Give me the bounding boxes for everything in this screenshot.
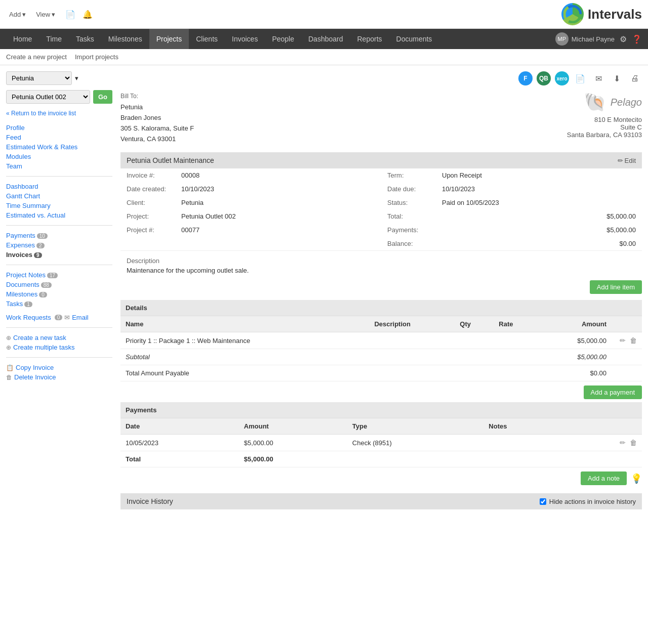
sidebar-item-estimated-actual[interactable]: Estimated vs. Actual — [6, 210, 112, 220]
delete-invoice-action[interactable]: 🗑 Delete Invoice — [6, 372, 112, 382]
pay-col-notes: Notes — [483, 418, 561, 435]
nav-documents[interactable]: Documents — [389, 29, 439, 49]
sidebar-item-estimated-work-rates[interactable]: Estimated Work & Rates — [6, 142, 112, 152]
delete-payment-button[interactable]: 🗑 — [630, 439, 637, 447]
edit-invoice-button[interactable]: ✏ Edit — [618, 157, 636, 164]
invoices-badge: 9 — [34, 252, 42, 258]
document-icon[interactable]: 📄 — [65, 10, 75, 19]
bell-icon[interactable]: 🔔 — [83, 10, 93, 19]
delete-line-item-button[interactable]: 🗑 — [630, 336, 637, 345]
total-field: Total: $5,000.00 — [381, 209, 642, 223]
pay-total-value: $5,000.00 — [239, 451, 347, 467]
nav-home[interactable]: Home — [6, 29, 39, 49]
back-to-invoice-list-link[interactable]: « Return to the invoice list — [6, 110, 112, 117]
expenses-badge: 2 — [36, 243, 45, 248]
pay-col-amount: Amount — [239, 418, 347, 435]
download-icon[interactable]: ⬇ — [610, 71, 624, 85]
total-amount-label: Total Amount Payable — [120, 365, 369, 381]
lightbulb-icon[interactable]: 💡 — [631, 473, 642, 484]
create-multiple-tasks-action[interactable]: ⊕ Create multiple tasks — [6, 342, 112, 352]
create-new-task-action[interactable]: ⊕ Create a new task — [6, 333, 112, 342]
sidebar-item-milestones[interactable]: Milestones0 — [6, 289, 112, 299]
add-payment-button[interactable]: Add a payment — [584, 385, 642, 399]
help-icon[interactable]: ❓ — [632, 34, 642, 44]
add-line-item-row: Add line item — [120, 280, 642, 297]
pdf-icon[interactable]: 📄 — [573, 71, 587, 85]
sidebar-item-work-requests[interactable]: Work Requests — [6, 313, 51, 322]
edit-payment-button[interactable]: ✏ — [620, 439, 626, 447]
project-field: Project: Petunia Outlet 002 — [120, 209, 381, 223]
col-rate: Rate — [494, 316, 539, 332]
pay-amount: $5,000.00 — [239, 435, 347, 451]
sidebar-item-gantt[interactable]: Gantt Chart — [6, 191, 112, 201]
line-item-desc — [369, 332, 455, 349]
project-dropdown[interactable]: Petunia — [6, 71, 72, 85]
sidebar-item-documents[interactable]: Documents88 — [6, 280, 112, 289]
date-created-field: Date created: 10/10/2023 — [120, 182, 381, 196]
add-button[interactable]: Add ▾ — [6, 9, 29, 20]
quickbooks-icon[interactable]: QB — [537, 71, 551, 85]
freshbooks-icon[interactable]: F — [518, 71, 533, 85]
add-line-item-button[interactable]: Add line item — [590, 280, 642, 294]
sidebar-dashboard-section: Dashboard Gantt Chart Time Summary Estim… — [6, 182, 112, 220]
nav-bar: Home Time Tasks Milestones Projects Clie… — [0, 29, 648, 49]
top-bar: Add ▾ View ▾ 📄 🔔 Intervals — [0, 0, 648, 29]
settings-icon[interactable]: ⚙ — [620, 34, 627, 44]
sidebar-item-time-summary[interactable]: Time Summary — [6, 201, 112, 210]
plus-circle-icon: ⊕ — [6, 334, 11, 341]
pay-type: Check (8951) — [347, 435, 484, 451]
work-requests-row: Work Requests 0 ✉ Email — [6, 313, 112, 322]
main-layout: Petunia ▾ Petunia Outlet 002 Go « Return… — [0, 65, 648, 516]
email-icon[interactable]: ✉ — [591, 71, 605, 85]
sidebar-item-modules[interactable]: Modules — [6, 152, 112, 161]
sidebar-item-email[interactable]: Email — [72, 313, 89, 322]
invoice-dropdown[interactable]: Petunia Outlet 002 — [6, 90, 90, 104]
sidebar-item-expenses[interactable]: Expenses2 — [6, 240, 112, 250]
nav-tasks[interactable]: Tasks — [69, 29, 101, 49]
print-icon[interactable]: 🖨 — [628, 71, 642, 85]
sidebar-item-team[interactable]: Team — [6, 161, 112, 171]
nav-clients[interactable]: Clients — [189, 29, 225, 49]
nav-dashboard[interactable]: Dashboard — [301, 29, 350, 49]
payments-table: Payments Date Amount Type Notes 10/05/20… — [120, 402, 642, 467]
invoice-section-header: Petunia Outlet Maintenance ✏ Edit — [120, 152, 642, 168]
import-projects-link[interactable]: Import projects — [75, 53, 118, 61]
sidebar-badge-section: Payments10 Expenses2 Invoices9 — [6, 231, 112, 260]
copy-invoice-action[interactable]: 📋 Copy Invoice — [6, 363, 112, 372]
nav-reports[interactable]: Reports — [350, 29, 389, 49]
history-header: Invoice History Hide actions in invoice … — [120, 493, 642, 509]
nav-time[interactable]: Time — [39, 29, 69, 49]
balance-field: Balance: $0.00 — [381, 237, 642, 250]
chevron-icon: ▾ — [75, 74, 78, 82]
sidebar-item-tasks[interactable]: Tasks1 — [6, 299, 112, 309]
sidebar-item-profile[interactable]: Profile — [6, 123, 112, 133]
avatar: MP — [555, 32, 569, 46]
logo-container: 🐚 Pelago — [584, 92, 642, 113]
milestones-badge: 0 — [39, 292, 47, 297]
sidebar-item-project-notes[interactable]: Project Notes17 — [6, 270, 112, 280]
pay-actions: ✏ 🗑 — [562, 435, 642, 451]
hide-actions-checkbox[interactable] — [540, 498, 546, 505]
view-button[interactable]: View ▾ — [33, 9, 58, 20]
nav-projects[interactable]: Projects — [149, 29, 189, 49]
invoice-fields: Invoice #: 00008 Term: Upon Receipt Date… — [120, 168, 642, 251]
nav-people[interactable]: People — [265, 29, 301, 49]
sidebar-profile-section: Profile Feed Estimated Work & Rates Modu… — [6, 123, 112, 171]
xero-icon[interactable]: xero — [555, 71, 569, 85]
sidebar-item-feed[interactable]: Feed — [6, 133, 112, 142]
subtotal-label: Subtotal — [120, 349, 369, 365]
go-button[interactable]: Go — [93, 90, 112, 104]
sidebar-item-payments[interactable]: Payments10 — [6, 231, 112, 240]
logo-icon — [561, 3, 584, 25]
subtotal-row: Subtotal $5,000.00 — [120, 349, 642, 365]
nav-invoices[interactable]: Invoices — [225, 29, 265, 49]
sidebar-item-invoices[interactable]: Invoices9 — [6, 250, 112, 260]
nav-milestones[interactable]: Milestones — [101, 29, 149, 49]
sub-nav: Create a new project Import projects — [0, 49, 648, 65]
add-note-button[interactable]: Add a note — [581, 471, 627, 485]
edit-line-item-button[interactable]: ✏ — [620, 336, 626, 345]
sidebar-item-dashboard[interactable]: Dashboard — [6, 182, 112, 191]
create-project-link[interactable]: Create a new project — [6, 53, 67, 61]
payments-badge: 10 — [37, 233, 48, 239]
add-chevron-icon: ▾ — [22, 11, 26, 18]
